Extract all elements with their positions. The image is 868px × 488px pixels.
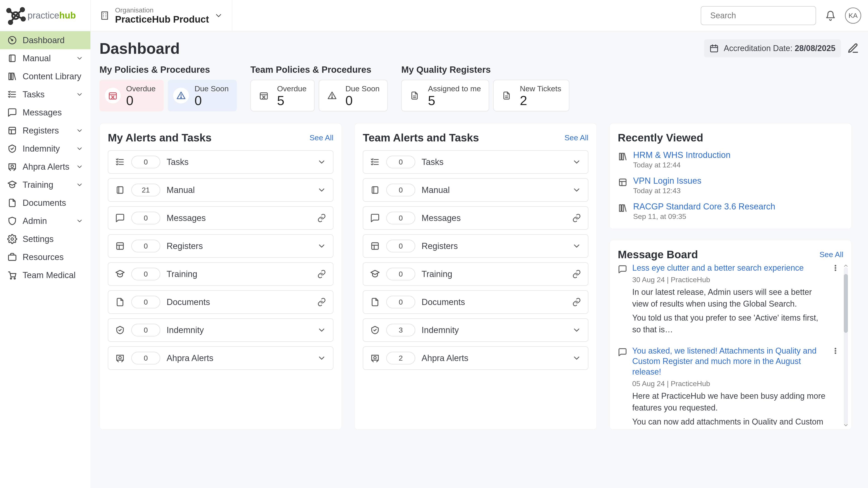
message-title-link[interactable]: You asked, we listened! Attachments in Q… bbox=[632, 346, 827, 377]
recent-item-meta: Sep 11, at 09:35 bbox=[633, 213, 775, 221]
stat-card-due soon[interactable]: Due Soon 0 bbox=[168, 80, 237, 111]
sidebar-item-team medical[interactable]: Team Medical bbox=[0, 266, 90, 284]
avatar-initials: KA bbox=[848, 12, 858, 20]
team-alerts-row-registers[interactable]: 0 Registers bbox=[363, 234, 588, 258]
stat-card-new tickets[interactable]: New Tickets 2 bbox=[493, 80, 569, 111]
brand-logo[interactable]: practicehub bbox=[0, 5, 90, 26]
message-title-link[interactable]: Less eye clutter and a better search exp… bbox=[632, 263, 827, 273]
sidebar-item-ahpra alerts[interactable]: Ahpra Alerts bbox=[0, 158, 90, 176]
my-alerts-row-registers[interactable]: 0 Registers bbox=[108, 234, 333, 258]
organisation-label: Organisation bbox=[115, 6, 209, 14]
link-icon bbox=[572, 297, 581, 306]
team-alerts-row-tasks[interactable]: 0 Tasks bbox=[363, 150, 588, 174]
team-alerts-row-indemnity[interactable]: 3 Indemnity bbox=[363, 318, 588, 342]
gauge-icon bbox=[7, 35, 17, 45]
message-icon bbox=[618, 265, 627, 274]
library-icon bbox=[618, 203, 628, 213]
recent-item-link[interactable]: HRM & WHS Introduction bbox=[633, 150, 731, 160]
count-badge: 0 bbox=[131, 352, 160, 364]
team-alerts-see-all[interactable]: See All bbox=[564, 133, 588, 142]
sidebar-item-content library[interactable]: Content Library bbox=[0, 67, 90, 86]
row-label: Registers bbox=[422, 241, 566, 251]
sidebar-item-training[interactable]: Training bbox=[0, 176, 90, 194]
my-alerts-row-documents[interactable]: 0 Documents bbox=[108, 290, 333, 314]
sidebar-item-settings[interactable]: Settings bbox=[0, 230, 90, 248]
count-badge: 0 bbox=[386, 212, 415, 224]
my-alerts-row-ahpra alerts[interactable]: 0 Ahpra Alerts bbox=[108, 346, 333, 370]
message-excerpt: In our latest release, Admin users will … bbox=[632, 286, 827, 310]
chevron-down-icon bbox=[76, 55, 83, 62]
stats-section: My Policies & Procedures Overdue 0 Due S… bbox=[99, 65, 859, 111]
stat-group-title: My Policies & Procedures bbox=[99, 65, 237, 75]
my-alerts-row-messages[interactable]: 0 Messages bbox=[108, 206, 333, 230]
cart-icon bbox=[7, 270, 17, 280]
count-badge: 0 bbox=[131, 156, 160, 168]
message-meta: 30 Aug 24 | PracticeHub bbox=[632, 275, 827, 284]
document-icon bbox=[370, 297, 380, 307]
team-alerts-row-training[interactable]: 0 Training bbox=[363, 262, 588, 286]
recent-item-meta: Today at 12:43 bbox=[633, 187, 702, 195]
page-header: Dashboard Accreditation Date: 28/08/2025 bbox=[99, 39, 859, 57]
team-alerts-title: Team Alerts and Tasks bbox=[363, 131, 564, 144]
team-alerts-row-ahpra alerts[interactable]: 2 Ahpra Alerts bbox=[363, 346, 588, 370]
sidebar-item-tasks[interactable]: Tasks bbox=[0, 86, 90, 103]
register-icon bbox=[370, 241, 380, 251]
organisation-picker[interactable]: Organisation PracticeHub Product bbox=[90, 0, 232, 31]
row-label: Ahpra Alerts bbox=[166, 353, 311, 363]
recent-item-link[interactable]: RACGP Standard Core 3.6 Research bbox=[633, 202, 775, 212]
edit-accreditation-button[interactable] bbox=[847, 42, 859, 54]
message-board-title: Message Board bbox=[618, 248, 819, 261]
stat-card-overdue[interactable]: Overdue 0 bbox=[99, 80, 164, 111]
team-alerts-row-manual[interactable]: 0 Manual bbox=[363, 178, 588, 202]
sidebar-item-label: Messages bbox=[23, 108, 83, 118]
team-alerts-widget: Team Alerts and Tasks See All 0 Tasks 0 … bbox=[354, 123, 597, 430]
scroll-down-icon[interactable] bbox=[843, 422, 849, 428]
stat-card-due soon[interactable]: Due Soon 0 bbox=[319, 80, 388, 111]
my-alerts-see-all[interactable]: See All bbox=[309, 133, 333, 142]
alert-icon bbox=[115, 353, 125, 363]
library-icon bbox=[7, 71, 17, 81]
calendar-x-icon bbox=[108, 91, 118, 100]
accreditation-date-pill[interactable]: Accreditation Date: 28/08/2025 bbox=[704, 39, 841, 57]
stat-label: Overdue bbox=[277, 84, 307, 93]
recent-item-link[interactable]: VPN Login Issues bbox=[633, 176, 702, 186]
sidebar-item-label: Dashboard bbox=[23, 35, 83, 45]
training-icon bbox=[7, 180, 17, 190]
my-alerts-row-training[interactable]: 0 Training bbox=[108, 262, 333, 286]
chevron-down-icon bbox=[572, 241, 581, 251]
row-label: Documents bbox=[166, 297, 311, 307]
chevron-down-icon bbox=[572, 354, 581, 363]
scrollbar-track[interactable] bbox=[844, 267, 848, 425]
sidebar-item-manual[interactable]: Manual bbox=[0, 49, 90, 67]
scrollbar-thumb[interactable] bbox=[844, 274, 848, 333]
notifications-button[interactable] bbox=[822, 7, 839, 24]
my-alerts-row-tasks[interactable]: 0 Tasks bbox=[108, 150, 333, 174]
chevron-down-icon bbox=[317, 186, 326, 195]
count-badge: 0 bbox=[386, 240, 415, 252]
sidebar-item-dashboard[interactable]: Dashboard bbox=[0, 31, 90, 49]
sidebar-item-label: Admin bbox=[23, 216, 70, 226]
search-input[interactable] bbox=[710, 11, 812, 20]
sidebar-item-resources[interactable]: Resources bbox=[0, 248, 90, 266]
sidebar-item-messages[interactable]: Messages bbox=[0, 103, 90, 122]
sidebar-item-admin[interactable]: Admin bbox=[0, 212, 90, 230]
my-alerts-row-manual[interactable]: 21 Manual bbox=[108, 178, 333, 202]
indemnity-icon bbox=[7, 144, 17, 154]
stat-card-overdue[interactable]: Overdue 5 bbox=[250, 80, 315, 111]
count-badge: 0 bbox=[386, 268, 415, 281]
sidebar-item-registers[interactable]: Registers bbox=[0, 122, 90, 140]
message-board-see-all[interactable]: See All bbox=[819, 250, 843, 259]
row-label: Messages bbox=[422, 213, 566, 223]
team-alerts-row-documents[interactable]: 0 Documents bbox=[363, 290, 588, 314]
user-avatar[interactable]: KA bbox=[845, 7, 861, 24]
alert-icon bbox=[7, 162, 17, 172]
global-search[interactable] bbox=[701, 6, 816, 25]
my-alerts-row-indemnity[interactable]: 0 Indemnity bbox=[108, 318, 333, 342]
recently-viewed-widget: Recently Viewed HRM & WHS Introduction T… bbox=[610, 123, 852, 229]
team-alerts-row-messages[interactable]: 0 Messages bbox=[363, 206, 588, 230]
shield-icon bbox=[7, 216, 17, 226]
sidebar-item-indemnity[interactable]: Indemnity bbox=[0, 140, 90, 158]
stat-card-assigned to me[interactable]: Assigned to me 5 bbox=[401, 80, 489, 111]
sidebar-item-documents[interactable]: Documents bbox=[0, 194, 90, 212]
recent-item: VPN Login Issues Today at 12:43 bbox=[618, 176, 843, 195]
